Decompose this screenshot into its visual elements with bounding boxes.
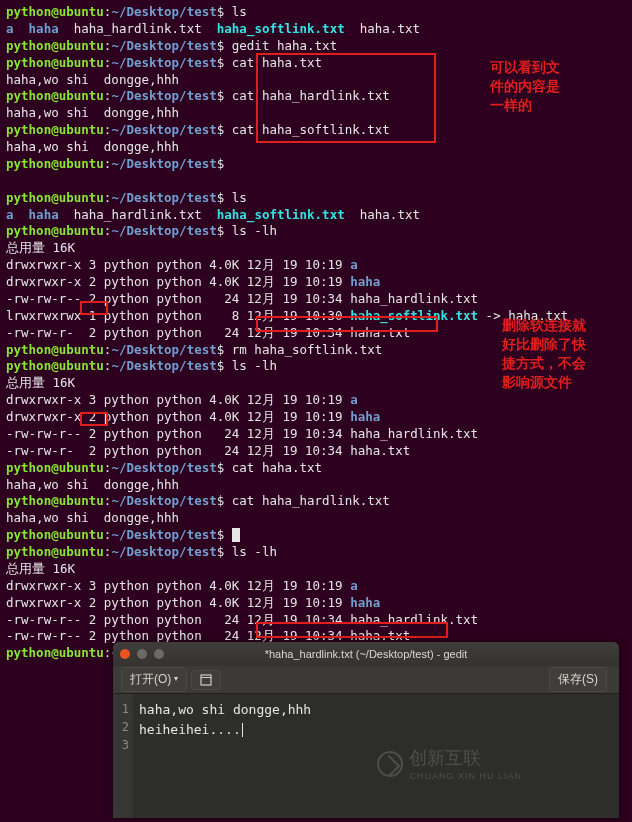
cmd-rm-soft: rm haha_softlink.txt [232, 342, 383, 357]
titlebar[interactable]: *haha_hardlink.txt (~/Desktop/test) - ge… [113, 642, 619, 666]
save-button[interactable]: 保存(S) [549, 667, 607, 691]
prompt-user: python@ubuntu [6, 4, 104, 19]
total-line: 总用量 16K [6, 240, 626, 257]
gedit-window[interactable]: *haha_hardlink.txt (~/Desktop/test) - ge… [113, 642, 619, 818]
editor-content[interactable]: haha,wo shi dongge,hhh heiheihei.... [133, 694, 619, 818]
ls-soft: haha_softlink.txt [217, 21, 345, 36]
annotation-text-1: 可以看到文 件的内容是 一样的 [490, 58, 560, 115]
ls-txt: haha.txt [360, 21, 420, 36]
editor-line: haha,wo shi dongge,hhh [139, 700, 615, 720]
text-cursor [241, 722, 243, 737]
output-line: haha,wo shi dongge,hhh [6, 139, 626, 156]
gedit-toolbar: 打开(O)▾ 保存(S) [113, 666, 619, 694]
ls-a: a [6, 21, 14, 36]
cmd-gedit-haha: gedit haha.txt [232, 38, 337, 53]
chevron-down-icon: ▾ [174, 674, 178, 685]
cmd-ls: ls [232, 4, 247, 19]
line-gutter: 1 2 3 [113, 694, 133, 818]
ls-haha: haha [29, 21, 59, 36]
ls-hard: haha_hardlink.txt [74, 21, 202, 36]
cmd-ls-lh: ls -lh [232, 223, 277, 238]
cmd-cat-soft: cat haha_softlink.txt [232, 122, 390, 137]
svg-rect-0 [201, 675, 211, 685]
cursor [232, 528, 240, 542]
editor-line: heiheihei.... [139, 720, 615, 740]
cmd-cat-haha: cat haha.txt [232, 55, 322, 70]
gedit-editor[interactable]: 1 2 3 haha,wo shi dongge,hhh heiheihei..… [113, 694, 619, 818]
open-button[interactable]: 打开(O)▾ [121, 667, 187, 691]
new-tab-button[interactable] [191, 670, 221, 690]
annotation-text-2: 删除软连接就 好比删除了快 捷方式，不会 影响源文件 [502, 316, 586, 392]
gedit-title: *haha_hardlink.txt (~/Desktop/test) - ge… [113, 647, 619, 662]
prompt-path: ~/Desktop/test [111, 4, 216, 19]
cmd-cat-hard: cat haha_hardlink.txt [232, 88, 390, 103]
